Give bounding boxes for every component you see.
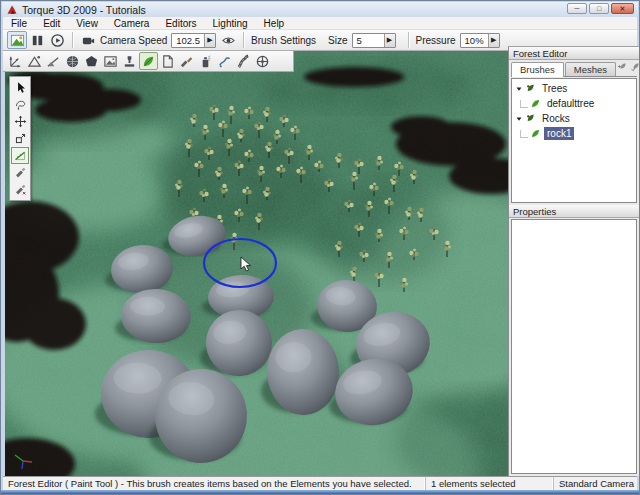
material-editor-button[interactable] [82,52,101,70]
menu-lighting[interactable]: Lighting [205,17,256,30]
camera-icon[interactable] [78,31,98,49]
forest-editor-panel-title: Forest Editor [509,47,639,60]
dropdown-arrow-icon[interactable]: ▶ [384,34,395,47]
decal-editor-button[interactable] [177,52,196,70]
camera-speed-value: 102.5 [172,34,204,47]
camera-speed-dropdown[interactable]: 102.5 ▶ [171,33,216,48]
forest-editor-button[interactable] [139,52,158,70]
play-game-button[interactable] [47,31,67,49]
brush-tabs: BrushesMeshes [511,61,637,77]
menu-file[interactable]: File [3,17,35,30]
tree-item-trees[interactable]: Trees [512,81,636,96]
scene-icon [10,33,25,48]
select-tool-button[interactable] [11,79,29,96]
road-icon [236,54,251,69]
cursor-icon [14,81,27,94]
menu-help[interactable]: Help [256,17,293,30]
tree-item-rocks[interactable]: Rocks [512,111,636,126]
tree-item-rock1[interactable]: rock1 [512,126,636,141]
folder-leaf-icon [525,113,536,124]
status-selection-count: 1 elements selected [425,477,553,490]
leaf-icon [530,128,541,139]
app-window: Torque 3D 2009 - Tutorials ─ □ ✕ FileEdi… [0,0,640,495]
leaf-icon [530,98,541,109]
paint-icon [14,149,27,162]
brush-tree: TreesdefaulttreeRocksrock1 [511,78,637,203]
toggle-panels-button[interactable] [27,31,47,49]
shape-editor-button[interactable] [158,52,177,70]
river-editor-button[interactable] [215,52,234,70]
wheel-icon [255,54,270,69]
expand-caret-icon[interactable] [515,115,523,123]
tree-connector [520,100,528,108]
brush-tab-tools [617,61,640,76]
scale-icon [14,132,27,145]
scene-canvas [5,51,508,478]
menu-edit[interactable]: Edit [35,17,68,30]
properties-panel-body[interactable] [511,219,637,474]
dropdown-arrow-icon[interactable]: ▶ [488,34,499,47]
new-element-icon[interactable] [630,61,640,74]
shield-icon [84,54,99,69]
image-icon [103,54,118,69]
leafNew-icon [617,61,628,72]
lasso-tool-button[interactable] [11,96,29,113]
tab-meshes[interactable]: Meshes [565,62,616,76]
scale-tool-button[interactable] [11,130,29,147]
erase-selected-tool-button[interactable] [11,181,29,198]
move-tool-button[interactable] [11,113,29,130]
status-bar: Forest Editor ( Paint Tool ) - This brus… [3,476,637,490]
dropdown-arrow-icon[interactable]: ▶ [204,34,215,47]
slope-icon [46,54,61,69]
toolbar-separator [408,32,409,48]
menu-bar: FileEditViewCameraEditorsLightingHelp [3,17,637,30]
size-dropdown[interactable]: 5 ▶ [352,33,396,48]
status-camera-mode: Standard Camera [553,477,637,490]
scene-view-button[interactable] [7,31,27,49]
menu-view[interactable]: View [68,17,106,30]
folder-leaf-icon [525,83,536,94]
menu-editors[interactable]: Editors [157,17,204,30]
paint-tool-button[interactable] [11,147,29,164]
tree-item-defaulttree[interactable]: defaulttree [512,96,636,111]
size-label: Size [328,35,347,46]
erase-tool-button[interactable] [11,164,29,181]
particle-editor-button[interactable] [196,52,215,70]
app-logo-icon [6,4,18,16]
trowel-icon [179,54,194,69]
terrain-editor-button[interactable] [25,52,44,70]
title-bar[interactable]: Torque 3D 2009 - Tutorials [2,2,638,17]
erase-icon [14,166,27,179]
page-icon [160,54,175,69]
sketch-tool-button[interactable] [101,52,120,70]
mission-area-editor-button[interactable] [253,52,272,70]
columns-icon [30,33,45,48]
status-message: Forest Editor ( Paint Tool ) - This brus… [3,477,425,490]
menu-camera[interactable]: Camera [106,17,158,30]
camera-speed-label: Camera Speed [100,35,167,46]
river-icon [217,54,232,69]
pressure-label: Pressure [416,35,456,46]
tab-brushes[interactable]: Brushes [511,62,564,77]
viewport-3d[interactable] [5,51,508,478]
globe-icon [65,54,80,69]
toolbar-separator [243,32,244,48]
forest-editor-panel: Forest Editor BrushesMeshes Treesdefault… [508,46,639,476]
world-editor-button[interactable] [63,52,82,70]
pressure-value: 10% [461,34,488,47]
stamp-icon [122,54,137,69]
new-brush-icon[interactable] [617,61,628,74]
expand-caret-icon[interactable] [515,85,523,93]
brush-settings-label: Brush Settings [251,35,316,46]
visibility-eye-icon[interactable] [218,31,238,49]
close-button[interactable]: ✕ [611,3,634,14]
pressure-dropdown[interactable]: 10% ▶ [460,33,500,48]
minimize-button[interactable]: ─ [567,3,587,14]
datablock-editor-button[interactable] [120,52,139,70]
road-editor-button[interactable] [234,52,253,70]
triangle-icon [27,54,42,69]
terrain-painter-button[interactable] [44,52,63,70]
object-editor-button[interactable] [6,52,25,70]
maximize-button[interactable]: □ [589,3,609,14]
tree-connector [520,130,528,138]
